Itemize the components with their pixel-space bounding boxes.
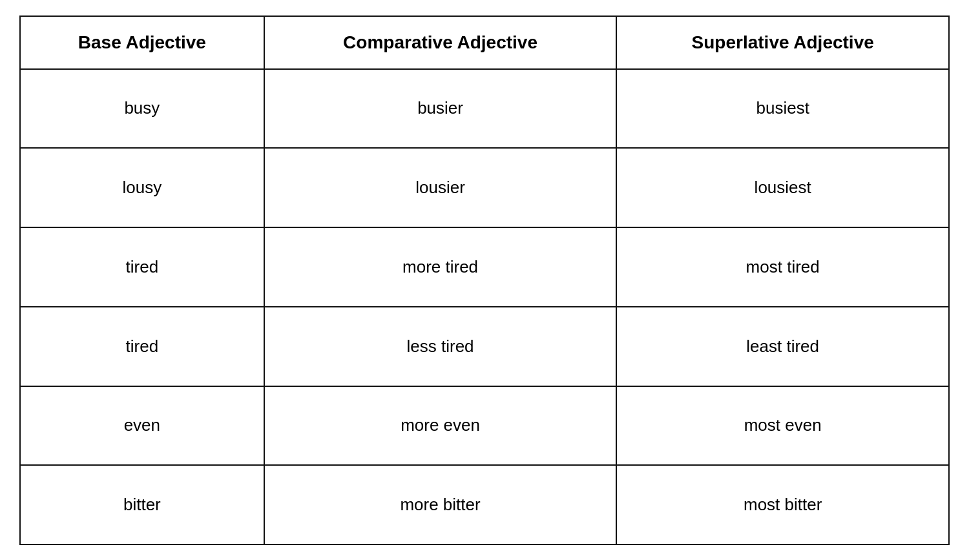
- cell-superlative-2: most tired: [616, 227, 948, 307]
- cell-superlative-1: lousiest: [616, 148, 948, 227]
- cell-comparative-4: more even: [264, 386, 617, 466]
- cell-superlative-4: most even: [616, 386, 948, 466]
- cell-comparative-5: more bitter: [264, 465, 617, 543]
- cell-base-0: busy: [21, 69, 264, 149]
- cell-comparative-2: more tired: [264, 227, 617, 307]
- cell-comparative-1: lousier: [264, 148, 617, 227]
- table-row: tiredmore tiredmost tired: [21, 227, 948, 307]
- table-row: lousylousierlousiest: [21, 148, 948, 227]
- cell-superlative-0: busiest: [616, 69, 948, 149]
- table-header-row: Base Adjective Comparative Adjective Sup…: [21, 17, 948, 69]
- table-row: busybusierbusiest: [21, 69, 948, 149]
- table-row: evenmore evenmost even: [21, 386, 948, 466]
- cell-comparative-0: busier: [264, 69, 617, 149]
- adjective-table: Base Adjective Comparative Adjective Sup…: [21, 17, 948, 544]
- cell-superlative-3: least tired: [616, 307, 948, 386]
- header-superlative-adjective: Superlative Adjective: [616, 17, 948, 69]
- cell-base-3: tired: [21, 307, 264, 386]
- cell-base-5: bitter: [21, 465, 264, 543]
- header-comparative-adjective: Comparative Adjective: [264, 17, 617, 69]
- cell-base-1: lousy: [21, 148, 264, 227]
- cell-comparative-3: less tired: [264, 307, 617, 386]
- table-row: tiredless tiredleast tired: [21, 307, 948, 386]
- cell-base-2: tired: [21, 227, 264, 307]
- cell-base-4: even: [21, 386, 264, 466]
- adjective-table-wrapper: Base Adjective Comparative Adjective Sup…: [19, 16, 950, 545]
- table-row: bittermore bittermost bitter: [21, 465, 948, 543]
- cell-superlative-5: most bitter: [616, 465, 948, 543]
- header-base-adjective: Base Adjective: [21, 17, 264, 69]
